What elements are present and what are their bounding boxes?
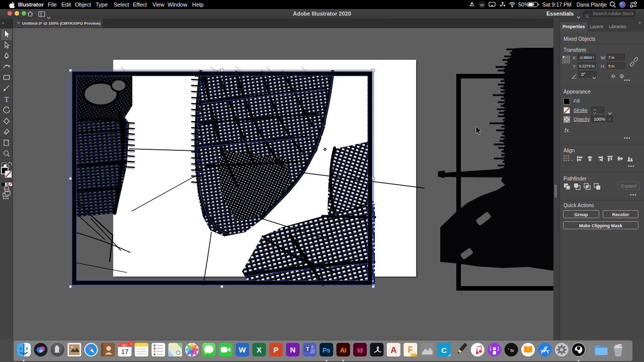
svg-text:co: co: [480, 3, 484, 7]
svg-text:X: X: [257, 345, 262, 354]
svg-text:N: N: [290, 345, 295, 354]
svg-text:F: F: [408, 345, 413, 354]
svg-text:T: T: [5, 96, 9, 104]
svg-text:Ai: Ai: [340, 347, 347, 354]
svg-text:17: 17: [121, 348, 128, 355]
svg-text:A: A: [390, 345, 396, 355]
svg-text:Ps: Ps: [323, 347, 330, 354]
svg-text:1: 1: [130, 342, 132, 345]
svg-text:360: 360: [415, 354, 418, 356]
svg-text:OCT: OCT: [122, 344, 127, 347]
svg-text:W: W: [239, 345, 247, 354]
svg-text:T: T: [306, 346, 309, 352]
svg-text:tv: tv: [510, 347, 514, 353]
svg-text:C: C: [441, 346, 447, 354]
svg-text:Id: Id: [357, 347, 363, 354]
svg-text:P: P: [273, 345, 278, 354]
